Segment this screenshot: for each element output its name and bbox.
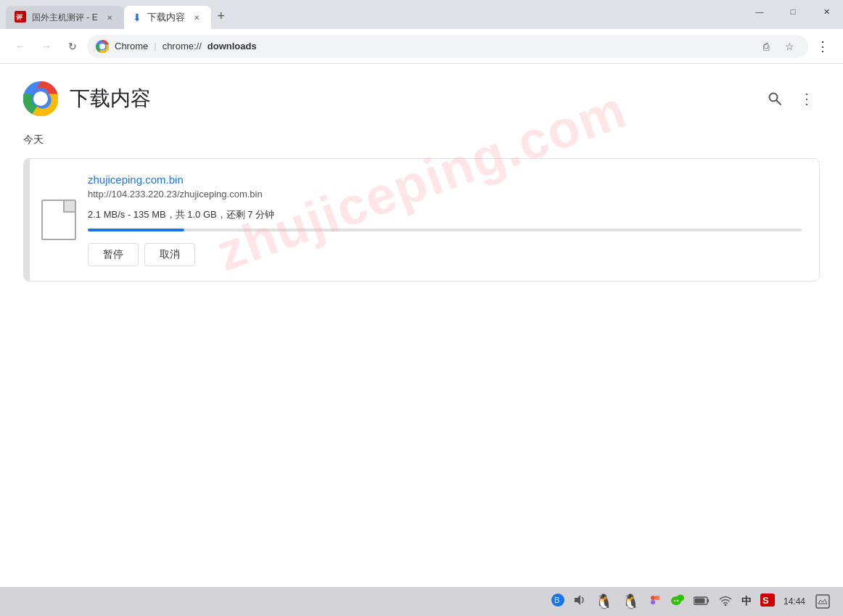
svg-text:评: 评 [16, 14, 23, 21]
tab1-label: 国外主机测评 - E [32, 12, 98, 24]
svg-point-7 [35, 93, 46, 104]
progress-bar-container [88, 229, 802, 231]
download-content: zhujiceping.com.bin http://104.233.220.2… [88, 159, 819, 281]
share-button[interactable]: ⎙ [756, 36, 776, 57]
download-actions: 暂停 取消 [88, 243, 802, 266]
bluetooth-icon[interactable]: B [551, 594, 564, 610]
address-bar[interactable]: Chrome | chrome://downloads ⎙ ☆ [87, 35, 808, 58]
wechat-icon[interactable] [670, 594, 685, 610]
volume-icon[interactable] [573, 594, 586, 610]
tab1-favicon: 评 [15, 11, 26, 25]
svg-point-21 [677, 599, 678, 601]
progress-bar-fill [88, 229, 184, 231]
wifi-icon[interactable] [718, 594, 733, 609]
svg-text:B: B [554, 596, 559, 604]
figma-icon[interactable] [649, 594, 662, 610]
qq2-icon[interactable]: 🐧 [622, 593, 640, 610]
svg-rect-24 [694, 598, 704, 603]
back-button[interactable]: ← [9, 35, 32, 58]
titlebar: 评 国外主机测评 - E ✕ ⬇ 下载内容 ✕ + — □ ✕ [0, 0, 843, 29]
minimize-button[interactable]: — [743, 0, 776, 23]
svg-rect-15 [651, 596, 655, 600]
tab-active[interactable]: ⬇ 下载内容 ✕ [124, 6, 211, 29]
svg-rect-16 [651, 600, 655, 604]
tab1-close-button[interactable]: ✕ [104, 12, 115, 23]
maximize-button[interactable]: □ [776, 0, 810, 23]
chrome-logo [23, 81, 58, 116]
svg-point-20 [674, 599, 675, 601]
battery-icon[interactable] [694, 594, 710, 609]
svg-point-25 [724, 604, 726, 606]
address-separator: | [154, 41, 156, 52]
taskbar: B 🐧 🐧 中 S 14:44 [0, 587, 843, 616]
bookmark-button[interactable]: ☆ [779, 36, 799, 57]
toolbar: ← → ↻ Chrome | chrome://downloads ⎙ ☆ ⋮ [0, 29, 843, 64]
svg-rect-17 [655, 596, 659, 600]
tab-inactive[interactable]: 评 国外主机测评 - E ✕ [6, 6, 124, 29]
svg-line-9 [776, 100, 781, 104]
svg-point-4 [100, 44, 104, 49]
new-tab-button[interactable]: + [211, 6, 231, 26]
address-actions: ⎙ ☆ [756, 36, 799, 57]
svg-rect-23 [707, 599, 709, 602]
notification-button[interactable] [814, 593, 831, 610]
downloads-page: zhujiceping.com 下载内容 ⋮ [0, 64, 843, 587]
tab2-download-icon: ⬇ [133, 12, 141, 23]
window-controls: — □ ✕ [743, 0, 843, 23]
download-url: http://104.233.220.23/zhujiceping.com.bi… [88, 189, 802, 200]
close-button[interactable]: ✕ [810, 0, 843, 23]
qq1-icon[interactable]: 🐧 [595, 593, 613, 610]
download-left-bar [24, 159, 30, 281]
language-icon[interactable]: 中 [741, 595, 752, 608]
file-icon [41, 200, 76, 240]
address-prefix: chrome:// [163, 41, 202, 52]
tab2-label: 下载内容 [147, 11, 185, 24]
download-speed-info: 2.1 MB/s - 135 MB，共 1.0 GB，还剩 7 分钟 [88, 208, 802, 221]
section-today-label: 今天 [0, 128, 843, 152]
address-brand: Chrome [115, 41, 148, 52]
reload-button[interactable]: ↻ [61, 35, 84, 58]
tab2-close-button[interactable]: ✕ [191, 12, 202, 23]
chrome-menu-button[interactable]: ⋮ [811, 35, 834, 58]
sougou-icon[interactable]: S [760, 594, 775, 610]
forward-button[interactable]: → [35, 35, 58, 58]
search-icon [768, 91, 782, 106]
page-header: 下载内容 ⋮ [0, 64, 843, 128]
page-title: 下载内容 [70, 85, 151, 112]
download-icon-area [30, 159, 88, 281]
svg-rect-28 [816, 595, 829, 608]
taskbar-time: 14:44 [784, 596, 805, 607]
address-url-bold: downloads [207, 41, 257, 52]
search-button[interactable] [762, 86, 788, 112]
download-card: zhujiceping.com.bin http://104.233.220.2… [23, 158, 820, 282]
download-filename[interactable]: zhujiceping.com.bin [88, 173, 802, 186]
svg-text:S: S [762, 595, 769, 606]
page-header-actions: ⋮ [762, 86, 820, 112]
page-title-area: 下载内容 [23, 81, 151, 116]
page-menu-button[interactable]: ⋮ [794, 86, 820, 112]
chrome-icon [96, 40, 109, 53]
svg-marker-12 [575, 595, 580, 605]
pause-button[interactable]: 暂停 [88, 243, 139, 266]
cancel-button[interactable]: 取消 [144, 243, 195, 266]
